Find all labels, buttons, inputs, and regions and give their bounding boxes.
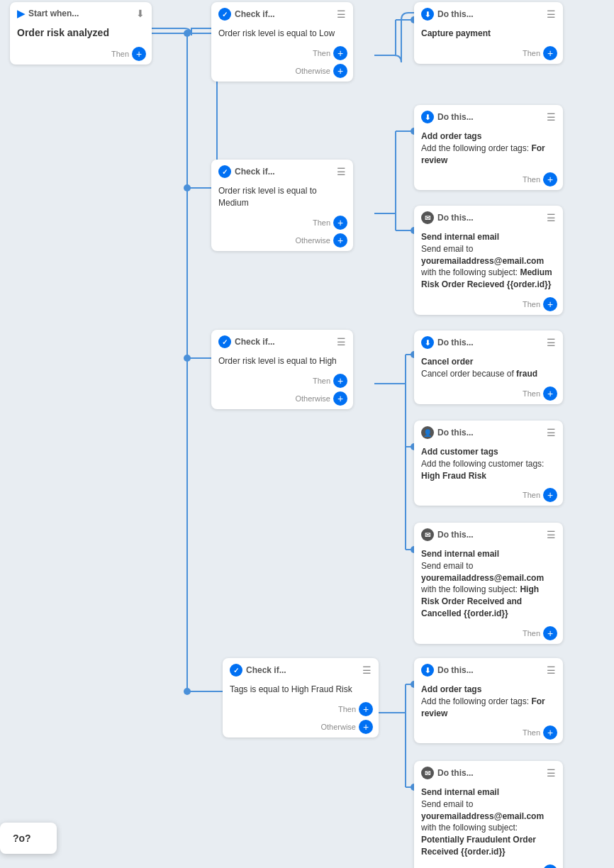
svg-point-27 <box>184 184 191 191</box>
then-label: Then <box>111 50 129 58</box>
do1-then-btn[interactable]: + <box>543 46 557 60</box>
do4-menu-icon[interactable]: ☰ <box>547 337 556 348</box>
check4-otherwise-btn[interactable]: + <box>359 720 373 734</box>
check-node-1: ✓ Check if... ☰ Order risk level is equa… <box>211 2 353 82</box>
check4-then-label: Then <box>338 705 356 713</box>
check2-condition: Order risk level is equal to Medium <box>218 186 317 208</box>
do5-then-btn[interactable]: + <box>543 488 557 502</box>
start-node-type: ▶ Start when... <box>17 8 79 19</box>
do-node-8: ✉ Do this... ☰ Send internal email Send … <box>414 761 563 868</box>
check4-menu-icon[interactable]: ☰ <box>362 664 372 676</box>
do7-icon: ⬇ <box>421 664 434 677</box>
do1-action: Capture payment <box>421 28 556 40</box>
do7-then-label: Then <box>523 728 540 737</box>
check1-condition: Order risk level is equal to Low <box>218 28 335 38</box>
check1-type: ✓ Check if... <box>218 8 275 21</box>
do7-type: ⬇ Do this... <box>421 664 474 677</box>
check1-otherwise-btn[interactable]: + <box>333 64 347 78</box>
check4-type: ✓ Check if... <box>230 664 286 677</box>
do3-detail: Send email to youremailaddress@email.com… <box>421 243 556 291</box>
do-node-2: ⬇ Do this... ☰ Add order tags Add the fo… <box>414 105 563 190</box>
do7-action: Add order tags <box>421 684 556 696</box>
check2-otherwise-label: Otherwise <box>295 236 330 245</box>
check3-condition: Order risk level is equal to High <box>218 356 337 366</box>
check-node-2: ✓ Check if... ☰ Order risk level is equa… <box>211 160 353 251</box>
check1-menu-icon[interactable]: ☰ <box>337 9 346 20</box>
do-node-6: ✉ Do this... ☰ Send internal email Send … <box>414 523 563 644</box>
start-node: ▶ Start when... ⬇ Order risk analyzed Th… <box>10 2 152 65</box>
do3-menu-icon[interactable]: ☰ <box>547 212 556 223</box>
check2-then-btn[interactable]: + <box>333 216 347 230</box>
do8-action: Send internal email <box>421 786 556 799</box>
check-node-4: ✓ Check if... ☰ Tags is equal to High Fr… <box>223 658 379 738</box>
do8-type: ✉ Do this... <box>421 767 474 779</box>
do3-type: ✉ Do this... <box>421 211 474 224</box>
start-then-add-btn[interactable]: + <box>132 47 146 61</box>
check1-then-btn[interactable]: + <box>333 46 347 60</box>
do-node-4: ⬇ Do this... ☰ Cancel order Cancel order… <box>414 330 563 404</box>
do2-menu-icon[interactable]: ☰ <box>547 111 556 123</box>
check2-then-label: Then <box>313 218 330 227</box>
do6-detail: Send email to youremailaddress@email.com… <box>421 560 556 620</box>
do3-icon: ✉ <box>421 211 434 224</box>
do1-menu-icon[interactable]: ☰ <box>547 9 556 20</box>
svg-point-28 <box>184 355 191 362</box>
do5-then-label: Then <box>523 491 540 499</box>
do4-then-btn[interactable]: + <box>543 386 557 401</box>
do5-menu-icon[interactable]: ☰ <box>547 427 556 438</box>
check3-icon: ✓ <box>218 335 231 348</box>
do2-action: Add order tags <box>421 130 556 143</box>
start-node-body: Order risk analyzed <box>17 27 109 38</box>
do2-then-label: Then <box>523 175 540 184</box>
do4-action: Cancel order <box>421 356 556 368</box>
do1-type: ⬇ Do this... <box>421 8 474 21</box>
play-icon: ▶ <box>17 8 25 19</box>
do4-icon: ⬇ <box>421 336 434 349</box>
do6-then-label: Then <box>523 629 540 638</box>
check3-then-btn[interactable]: + <box>333 374 347 388</box>
check4-otherwise-label: Otherwise <box>320 723 356 731</box>
check2-type: ✓ Check if... <box>218 165 275 178</box>
do5-icon: 👤 <box>421 426 434 439</box>
svg-point-26 <box>184 30 191 37</box>
do1-icon: ⬇ <box>421 8 434 21</box>
help-bubble[interactable]: ?o? <box>0 823 57 854</box>
check2-otherwise-btn[interactable]: + <box>333 233 347 247</box>
do5-detail: Add the following customer tags: High Fr… <box>421 458 556 482</box>
check3-otherwise-label: Otherwise <box>295 394 330 403</box>
do4-then-label: Then <box>523 389 540 398</box>
do5-action: Add customer tags <box>421 446 556 458</box>
do-node-7: ⬇ Do this... ☰ Add order tags Add the fo… <box>414 658 563 743</box>
do8-icon: ✉ <box>421 767 434 779</box>
do8-menu-icon[interactable]: ☰ <box>547 767 556 779</box>
svg-point-29 <box>184 688 191 695</box>
do2-then-btn[interactable]: + <box>543 172 557 187</box>
do1-then-label: Then <box>523 49 540 57</box>
check3-then-label: Then <box>313 377 330 385</box>
do2-type: ⬇ Do this... <box>421 111 474 123</box>
check1-icon: ✓ <box>218 8 231 21</box>
do3-then-btn[interactable]: + <box>543 297 557 311</box>
check3-type: ✓ Check if... <box>218 335 275 348</box>
check1-otherwise-label: Otherwise <box>295 67 330 75</box>
do8-then-btn[interactable]: + <box>543 864 557 868</box>
do-node-1: ⬇ Do this... ☰ Capture payment Then + <box>414 2 563 64</box>
do4-detail: Cancel order because of fraud <box>421 368 556 380</box>
do5-type: 👤 Do this... <box>421 426 474 439</box>
do6-menu-icon[interactable]: ☰ <box>547 529 556 540</box>
do6-then-btn[interactable]: + <box>543 626 557 640</box>
do7-then-btn[interactable]: + <box>543 725 557 740</box>
check4-condition: Tags is equal to High Fraud Risk <box>230 684 352 694</box>
check3-menu-icon[interactable]: ☰ <box>337 336 346 347</box>
do3-then-label: Then <box>523 300 540 308</box>
check2-menu-icon[interactable]: ☰ <box>337 166 346 177</box>
do7-detail: Add the following order tags: For review <box>421 696 556 720</box>
do7-menu-icon[interactable]: ☰ <box>547 664 556 676</box>
check4-then-btn[interactable]: + <box>359 702 373 716</box>
check4-icon: ✓ <box>230 664 242 677</box>
do-node-3: ✉ Do this... ☰ Send internal email Send … <box>414 206 563 315</box>
download-icon[interactable]: ⬇ <box>136 8 145 19</box>
check3-otherwise-btn[interactable]: + <box>333 391 347 406</box>
do6-icon: ✉ <box>421 528 434 541</box>
do-node-5: 👤 Do this... ☰ Add customer tags Add the… <box>414 421 563 506</box>
